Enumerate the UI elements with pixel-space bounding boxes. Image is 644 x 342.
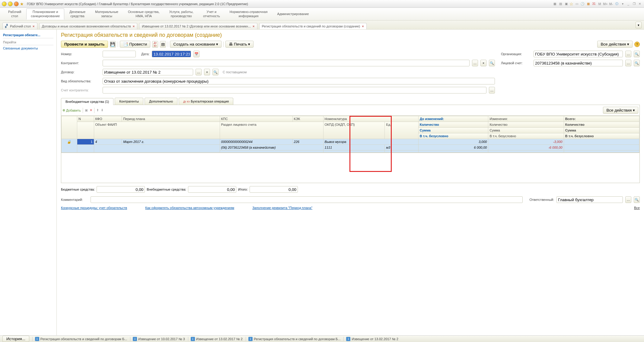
nav-planning[interactable]: Планирование исанкционирование: [26, 8, 64, 19]
fav-icon[interactable]: ☆: [569, 2, 573, 6]
clear-icon[interactable]: ×: [480, 60, 486, 66]
create-based-button[interactable]: Создать на основании ▾: [170, 41, 222, 48]
tab-offbudget[interactable]: Внебюджетные средства (1): [61, 98, 113, 105]
col-total[interactable]: Всего:: [564, 116, 639, 122]
col-before-qty[interactable]: Количество: [418, 122, 488, 128]
tb-icon-1[interactable]: ▦: [552, 2, 557, 6]
col-change-uncond[interactable]: В т.ч. безусловно: [488, 133, 564, 139]
link-procedures[interactable]: Конкурсные процедуры: учет обязательств: [61, 206, 127, 210]
account-input[interactable]: [534, 60, 623, 66]
minimize-icon[interactable]: _: [626, 2, 631, 6]
grid-all-actions[interactable]: Все действия ▾: [603, 107, 638, 114]
col-kek[interactable]: КЭК: [292, 116, 323, 122]
up-icon[interactable]: ⬆: [96, 108, 99, 112]
search-icon[interactable]: 🔍: [489, 60, 495, 66]
col-total-uncond[interactable]: В т.ч. безусловно: [564, 133, 639, 139]
comment-input[interactable]: [91, 196, 523, 203]
date-input[interactable]: [152, 51, 191, 57]
add-button[interactable]: ⊕ Добавить: [62, 108, 81, 112]
tb-icon-4[interactable]: ▭: [574, 2, 579, 6]
nav-admin[interactable]: Администрирование: [273, 11, 313, 17]
info-icon[interactable]: ⓘ: [614, 2, 619, 6]
col-before[interactable]: До изменений:: [418, 116, 488, 122]
col-n[interactable]: N: [77, 116, 94, 122]
tab-close-icon[interactable]: ×: [362, 24, 364, 28]
window-btn-3[interactable]: [14, 2, 19, 6]
tab-registration[interactable]: Регистрация обязательств и сведений по д…: [259, 23, 367, 29]
tab-desktop[interactable]: ▞Рабочий стол×: [2, 23, 37, 29]
window-btn-2[interactable]: [8, 2, 13, 6]
sb-item[interactable]: iИзвещение от 13.02.2017 № 2: [343, 337, 398, 341]
search-icon[interactable]: 🔍: [212, 69, 218, 75]
link-period[interactable]: Заполнение реквизита "Период плана": [252, 206, 312, 210]
down-icon[interactable]: ⬇: [101, 108, 104, 112]
cal-icon[interactable]: 31: [591, 2, 596, 6]
col-kps[interactable]: КПС: [220, 116, 292, 122]
maximize-icon[interactable]: ❐: [632, 2, 636, 6]
mminus-btn[interactable]: M-: [609, 2, 614, 6]
col-total-sum[interactable]: Сумма: [564, 128, 639, 133]
help-icon[interactable]: ?: [634, 42, 640, 47]
tb-icon-2[interactable]: ▤: [558, 2, 563, 6]
col-period[interactable]: Период плана: [122, 116, 220, 122]
select-icon[interactable]: …: [489, 87, 495, 93]
tab-extra[interactable]: Дополнительно: [145, 98, 177, 105]
nav-desktop[interactable]: Рабочийстол: [4, 8, 26, 19]
contract-input[interactable]: [103, 69, 193, 75]
col-section[interactable]: Раздел лицевого счета: [220, 122, 323, 139]
number-input[interactable]: [103, 51, 136, 57]
dropdown-icon[interactable]: ▾: [620, 2, 625, 6]
col-changes[interactable]: Изменения:: [488, 116, 564, 122]
history-button[interactable]: История...: [2, 336, 29, 342]
col-kfo[interactable]: КФО: [94, 116, 122, 122]
responsible-input[interactable]: [556, 196, 623, 203]
kind-input[interactable]: [103, 78, 495, 84]
calc-icon[interactable]: ▦: [586, 2, 591, 6]
mplus-btn[interactable]: M+: [603, 2, 608, 6]
ak-icon[interactable]: ДтКт: [152, 41, 158, 48]
nav-services[interactable]: Услуги, работы,производство: [165, 8, 198, 19]
col-total-qty[interactable]: Количество: [564, 122, 639, 128]
tab-dropdown[interactable]: ▾: [636, 22, 642, 28]
close-icon[interactable]: ✕: [637, 2, 642, 6]
sidebar-related-docs[interactable]: Связанные документы: [3, 45, 53, 51]
save-icon[interactable]: 💾: [110, 41, 116, 48]
col-nomen[interactable]: Номенклатура: [323, 116, 418, 122]
sb-item[interactable]: iРегистрация обязательств и сведений по …: [32, 337, 127, 341]
doc-icon[interactable]: ▤: [160, 41, 166, 48]
org-input[interactable]: [534, 51, 623, 57]
contragent-input[interactable]: [103, 60, 470, 66]
search-icon[interactable]: 🔍: [634, 196, 640, 203]
sb-item[interactable]: iИзвещение от 13.02.2017 № 2: [188, 337, 243, 341]
select-icon[interactable]: …: [625, 51, 631, 57]
tab-contracts[interactable]: Договоры и иные основания возникновения …: [39, 23, 138, 29]
col-before-uncond[interactable]: В т.ч. безусловно: [418, 133, 488, 139]
link-howto[interactable]: Как оформлять обязательства автономным у…: [145, 206, 234, 210]
star-icon[interactable]: ★: [20, 2, 24, 6]
table-row[interactable]: 🔒 1 4 Март 2017 г. 00000000000000244 226…: [62, 139, 639, 145]
nav-reference[interactable]: Нормативно-справочнаяинформация: [225, 8, 272, 19]
tab-operation[interactable]: Дт КтБухгалтерская операция: [179, 98, 233, 105]
tab-close-icon[interactable]: ×: [133, 24, 135, 28]
all-actions-button[interactable]: Все действия ▾: [597, 41, 633, 48]
tab-contragents[interactable]: Контрагенты: [115, 98, 143, 105]
select-icon[interactable]: …: [196, 69, 202, 75]
post-and-close-button[interactable]: Провести и закрыть: [61, 41, 108, 48]
tab-close-icon[interactable]: ×: [33, 24, 34, 28]
select-icon[interactable]: …: [625, 60, 631, 66]
calendar-icon[interactable]: 📅: [193, 51, 199, 57]
copy-icon[interactable]: ▣: [85, 108, 88, 112]
post-button[interactable]: 📑 Провести: [120, 41, 151, 48]
select-icon[interactable]: …: [472, 60, 478, 66]
tab-close-icon[interactable]: ×: [253, 24, 254, 28]
col-okpd[interactable]: ОКПД (ОКДП, ОКП): [323, 122, 385, 139]
col-change-sum[interactable]: Сумма: [488, 128, 564, 133]
tab-notice[interactable]: Извещение от 13.02.2017 № 2 (Договор или…: [139, 23, 257, 29]
col-change-qty[interactable]: Количество: [488, 122, 564, 128]
sb-item[interactable]: iРегистрация обязательств и сведений по …: [246, 337, 341, 341]
window-btn-1[interactable]: [2, 2, 7, 6]
tb-icon-3[interactable]: ▣: [564, 2, 569, 6]
nav-accounting[interactable]: Учет иотчетность: [199, 8, 225, 19]
sb-item[interactable]: iИзвещение от 10.02.2017 № 3: [130, 337, 185, 341]
select-icon[interactable]: …: [625, 196, 631, 203]
